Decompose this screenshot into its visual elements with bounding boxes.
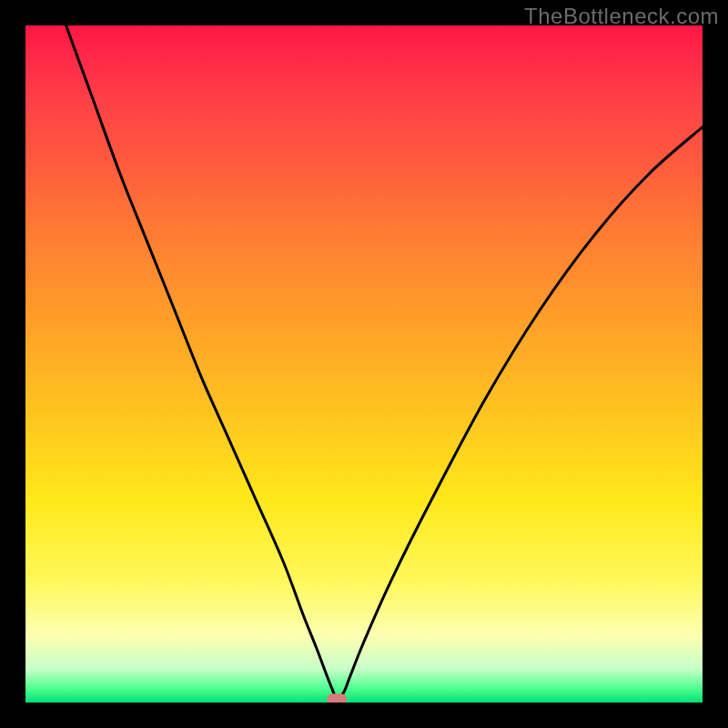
optimum-marker: [327, 693, 347, 703]
bottleneck-curve: [66, 25, 703, 699]
watermark-text: TheBottleneck.com: [524, 4, 719, 29]
curve-layer: [25, 25, 703, 703]
chart-frame: TheBottleneck.com: [0, 0, 728, 728]
plot-area: [25, 25, 703, 703]
